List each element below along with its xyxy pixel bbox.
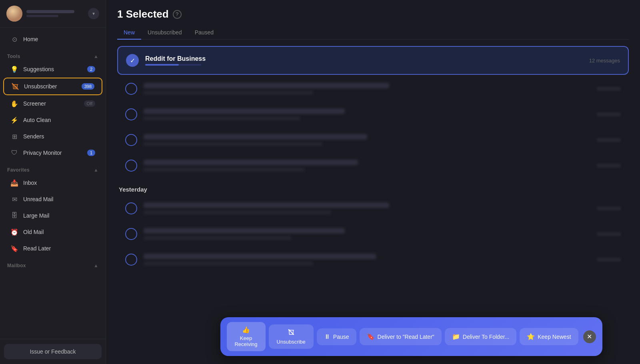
bookmark-icon: 🔖 <box>10 244 18 252</box>
list-item[interactable] <box>117 196 629 221</box>
selected-item-text: Reddit for Business <box>145 55 583 66</box>
deliver-read-later-button[interactable]: 🔖 Deliver to "Read Later" <box>360 328 442 345</box>
title-row: 1 Selected ? <box>117 8 629 20</box>
sidebar-item-screener[interactable]: ✋ Screener Off <box>3 96 102 112</box>
privacy-badge: 1 <box>87 150 95 156</box>
list-item[interactable] <box>117 128 629 152</box>
circle-check-icon <box>125 254 137 266</box>
deliver-folder-label: Deliver To Folder... <box>463 334 509 340</box>
sidebar-item-old-mail[interactable]: ⏰ Old Mail <box>3 224 102 240</box>
sidebar-item-unsubscriber[interactable]: Unsubscriber 398 <box>3 78 102 95</box>
sidebar-nav: ⊙ Home Tools ▲ 💡 Suggestions 2 Un <box>0 28 106 339</box>
sidebar-item-large-mail[interactable]: 🗄 Large Mail <box>3 208 102 224</box>
list-item[interactable] <box>117 102 629 127</box>
sidebar-item-read-later[interactable]: 🔖 Read Later <box>3 240 102 256</box>
unsubscribe-label: Unsubscribe <box>277 339 306 345</box>
sidebar-footer: Issue or Feedback <box>0 339 106 364</box>
keep-receiving-button[interactable]: 👍 KeepReceiving <box>226 322 265 351</box>
circle-check-icon <box>125 108 137 120</box>
circle-check-icon <box>125 134 137 146</box>
tab-paused[interactable]: Paused <box>188 26 220 40</box>
inbox-icon: 📥 <box>10 179 18 187</box>
account-chevron[interactable]: ▾ <box>88 8 99 19</box>
action-bar: 👍 KeepReceiving Unsubscribe ⏸ Pause 🔖 De… <box>220 317 602 356</box>
keep-newest-label: Keep Newest <box>538 334 571 340</box>
pause-button[interactable]: ⏸ Pause <box>317 328 356 345</box>
pause-label: Pause <box>333 334 349 340</box>
tab-new[interactable]: New <box>117 26 141 40</box>
account-info <box>26 10 84 17</box>
sidebar-item-auto-clean[interactable]: ⚡ Auto Clean <box>3 112 102 128</box>
selected-list-item[interactable]: ✓ Reddit for Business 12 messages <box>117 46 629 75</box>
bulb-icon: 💡 <box>10 65 18 73</box>
sidebar-item-unread-mail[interactable]: ✉ Unread Mail <box>3 191 102 207</box>
mailbox-chevron-icon[interactable]: ▲ <box>94 263 98 268</box>
home-icon: ⊙ <box>10 35 18 43</box>
mail-icon: ✉ <box>10 195 18 203</box>
mailbox-section-header: Mailbox ▲ <box>0 258 106 270</box>
screener-badge: Off <box>84 100 95 107</box>
progress-bar <box>145 64 201 66</box>
sidebar-item-privacy-monitor[interactable]: 🛡 Privacy Monitor 1 <box>3 145 102 161</box>
unsubscribe-icon <box>11 82 19 90</box>
favorites-section-title: Favorites <box>7 167 30 173</box>
close-action-button[interactable]: ✕ <box>583 330 596 343</box>
page-title: 1 Selected <box>117 8 169 20</box>
tools-section-header: Tools ▲ <box>0 49 106 61</box>
circle-check-icon <box>125 83 137 95</box>
circle-check-icon <box>125 202 137 214</box>
feedback-button[interactable]: Issue or Feedback <box>4 344 102 359</box>
tools-chevron-icon[interactable]: ▲ <box>94 54 98 59</box>
favorites-section-header: Favorites ▲ <box>0 162 106 174</box>
sidebar-item-label: Home <box>23 36 95 42</box>
main-content: 1 Selected ? New Unsubscribed Paused ✓ R… <box>106 0 640 364</box>
bolt-icon: ⚡ <box>10 116 18 124</box>
item-text <box>144 83 590 95</box>
deliver-read-later-icon: 🔖 <box>367 333 375 340</box>
clock-mail-icon: ⏰ <box>10 228 18 236</box>
item-text <box>144 228 590 240</box>
deliver-folder-icon: 📁 <box>452 333 460 340</box>
check-circle-icon: ✓ <box>126 54 139 67</box>
hand-icon: ✋ <box>10 100 18 108</box>
tabs-row: New Unsubscribed Paused <box>117 26 629 40</box>
main-header: 1 Selected ? New Unsubscribed Paused <box>106 0 640 40</box>
item-text <box>144 160 590 172</box>
suggestions-badge: 2 <box>87 66 95 72</box>
keep-newest-button[interactable]: ⭐ Keep Newest <box>520 328 578 345</box>
grid-icon: ⊞ <box>10 132 18 140</box>
list-item[interactable] <box>117 76 629 101</box>
favorites-chevron-icon[interactable]: ▲ <box>94 167 98 173</box>
unsubscriber-badge: 398 <box>82 83 94 90</box>
shield-icon: 🛡 <box>10 149 18 157</box>
list-item[interactable] <box>117 153 629 178</box>
sidebar-item-inbox[interactable]: 📥 Inbox <box>3 175 102 191</box>
progress-bar-fill <box>145 64 179 66</box>
sidebar-header: ▾ <box>0 0 106 28</box>
tools-section-title: Tools <box>7 54 20 59</box>
keep-receiving-label: KeepReceiving <box>234 335 257 347</box>
pause-icon: ⏸ <box>324 333 330 340</box>
mailbox-section-title: Mailbox <box>7 263 26 268</box>
content-list: ✓ Reddit for Business 12 messages <box>106 40 640 364</box>
tab-unsubscribed[interactable]: Unsubscribed <box>141 26 188 40</box>
keep-receiving-icon: 👍 <box>242 326 250 334</box>
sidebar-item-home[interactable]: ⊙ Home <box>3 31 102 47</box>
list-item[interactable] <box>117 222 629 246</box>
unsubscribe-button[interactable]: Unsubscribe <box>269 324 314 349</box>
circle-check-icon <box>125 160 137 172</box>
list-item[interactable] <box>117 247 629 272</box>
item-text <box>144 202 590 214</box>
avatar[interactable] <box>6 6 22 22</box>
circle-check-icon <box>125 228 137 240</box>
archive-icon: 🗄 <box>10 212 18 220</box>
deliver-read-later-label: Deliver to "Read Later" <box>378 334 434 340</box>
sidebar-item-suggestions[interactable]: 💡 Suggestions 2 <box>3 61 102 77</box>
sidebar-item-senders[interactable]: ⊞ Senders <box>3 128 102 144</box>
sidebar: ▾ ⊙ Home Tools ▲ 💡 Suggestions 2 <box>0 0 106 364</box>
selected-item-messages: 12 messages <box>589 58 620 64</box>
item-text <box>144 108 590 120</box>
help-icon[interactable]: ? <box>173 10 182 19</box>
item-text <box>144 254 590 266</box>
deliver-folder-button[interactable]: 📁 Deliver To Folder... <box>445 328 516 345</box>
